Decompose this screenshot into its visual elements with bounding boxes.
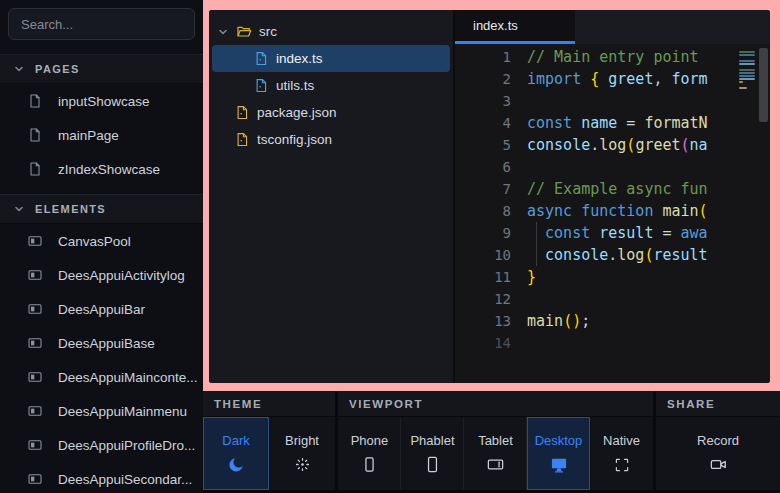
sidebar-sections: PAGES inputShowcase mainPage zIndexShowc… — [0, 54, 203, 493]
sidebar-item-label: DeesAppuiActivitylog — [58, 268, 185, 283]
record-icon — [709, 455, 728, 475]
toolbar-buttons-share: Record — [656, 416, 780, 490]
code-line-5[interactable]: 5console.log(greet(na — [455, 134, 737, 156]
chevron-down-icon — [217, 26, 229, 38]
chevron-down-icon — [13, 63, 25, 75]
tree-item-label: index.ts — [276, 51, 323, 66]
tab-label: index.ts — [473, 18, 518, 33]
sidebar-item-label: DeesAppuiMainconte... — [58, 370, 198, 385]
tree-item-label: utils.ts — [276, 78, 314, 93]
code-line-3[interactable]: 3 — [455, 90, 737, 112]
code-text: // Main entry point — [527, 46, 699, 68]
editor-scrollbar[interactable] — [757, 46, 770, 383]
document-icon — [27, 161, 43, 177]
sidebar-item-canvaspool[interactable]: CanvasPool — [0, 224, 203, 258]
toolbar-button-label: Desktop — [535, 433, 583, 448]
tree-item-src[interactable]: src — [212, 18, 450, 45]
minimap-line — [739, 78, 755, 80]
toolbar-button-phablet[interactable]: Phablet — [401, 417, 464, 490]
editor-pane: index.ts 1// Main entry point2import { g… — [455, 10, 770, 383]
chevron-down-icon — [13, 203, 25, 215]
document-icon — [27, 127, 43, 143]
toolbar-buttons-viewport: Phone Phablet Tablet Desktop Native — [338, 416, 653, 490]
sidebar-item-label: DeesAppuiBase — [58, 336, 155, 351]
component-icon — [27, 471, 43, 487]
toolbar-button-record[interactable]: Record — [656, 417, 780, 490]
toolbar-button-dark[interactable]: Dark — [203, 417, 269, 490]
app-root: PAGES inputShowcase mainPage zIndexShowc… — [0, 0, 780, 493]
tree-item-package-json[interactable]: package.json — [212, 99, 450, 126]
sidebar-item-deesappuiprofiledro[interactable]: DeesAppuiProfileDro... — [0, 428, 203, 462]
sidebar-item-deesappuimainmenu[interactable]: DeesAppuiMainmenu — [0, 394, 203, 428]
component-icon — [27, 335, 43, 351]
code-line-2[interactable]: 2import { greet, form — [455, 68, 737, 90]
sidebar-item-label: CanvasPool — [58, 234, 131, 249]
code-text: // Example async fun — [527, 178, 708, 200]
minimap-line — [739, 60, 755, 62]
toolbar-group-label-theme: THEME — [203, 391, 335, 416]
toolbar-button-label: Record — [697, 433, 739, 448]
scrollbar-thumb[interactable] — [759, 48, 768, 122]
search-container — [0, 0, 203, 48]
sidebar-item-deesappuiactivitylog[interactable]: DeesAppuiActivitylog — [0, 258, 203, 292]
sidebar-item-label: DeesAppuiSecondar... — [58, 472, 192, 487]
sidebar-item-mainpage[interactable]: mainPage — [0, 118, 203, 152]
toolbar-button-label: Phone — [351, 433, 389, 448]
toolbar-button-desktop[interactable]: Desktop — [527, 417, 590, 490]
toolbar-button-bright[interactable]: Bright — [269, 417, 335, 490]
line-number: 2 — [455, 68, 511, 90]
line-number: 9 — [455, 222, 511, 244]
section-header-elements[interactable]: ELEMENTS — [0, 194, 203, 224]
phablet-icon — [423, 455, 442, 475]
code-line-14[interactable]: 14 — [455, 332, 737, 354]
toolbar-button-native[interactable]: Native — [590, 417, 653, 490]
minimap-line — [739, 75, 755, 77]
toolbar-group-label-viewport: VIEWPORT — [338, 391, 653, 416]
code-line-10[interactable]: 10 console.log(result — [455, 244, 737, 266]
json-file-icon — [235, 105, 250, 120]
code-line-8[interactable]: 8async function main( — [455, 200, 737, 222]
code-line-12[interactable]: 12 — [455, 288, 737, 310]
code-line-1[interactable]: 1// Main entry point — [455, 46, 737, 68]
code-line-4[interactable]: 4const name = formatN — [455, 112, 737, 134]
code-editor[interactable]: 1// Main entry point2import { greet, for… — [455, 44, 770, 383]
sidebar-item-zindexshowcase[interactable]: zIndexShowcase — [0, 152, 203, 186]
section-header-pages[interactable]: PAGES — [0, 54, 203, 84]
minimap-line — [739, 54, 755, 56]
code-text: const result = awa — [527, 222, 708, 244]
component-icon — [27, 369, 43, 385]
line-number: 11 — [455, 266, 511, 288]
sidebar-item-deesappuisecondar[interactable]: DeesAppuiSecondar... — [0, 462, 203, 493]
tree-item-tsconfig-json[interactable]: tsconfig.json — [212, 126, 450, 153]
code-line-9[interactable]: 9 const result = awa — [455, 222, 737, 244]
toolbar-button-phone[interactable]: Phone — [338, 417, 401, 490]
tree-item-utils-ts[interactable]: utils.ts — [212, 72, 450, 99]
moon-icon — [226, 455, 246, 475]
main-area: src index.ts utils.ts package.json tscon… — [203, 0, 780, 493]
tab-index-ts[interactable]: index.ts — [455, 10, 575, 44]
document-icon — [27, 93, 43, 109]
toolbar-group-label-share: SHARE — [656, 391, 780, 416]
sidebar-item-deesappuimainconte[interactable]: DeesAppuiMainconte... — [0, 360, 203, 394]
minimap[interactable] — [737, 46, 757, 383]
toolbar-button-label: Native — [603, 433, 640, 448]
sidebar-item-inputshowcase[interactable]: inputShowcase — [0, 84, 203, 118]
tree-item-label: tsconfig.json — [257, 132, 332, 147]
code-line-7[interactable]: 7// Example async fun — [455, 178, 737, 200]
toolbar-group-share: SHARERecord — [656, 391, 780, 490]
tabbar-filler — [575, 10, 770, 44]
toolbar-button-label: Tablet — [478, 433, 513, 448]
code-line-6[interactable]: 6 — [455, 156, 737, 178]
code-line-11[interactable]: 11} — [455, 266, 737, 288]
sidebar-item-deesappuibar[interactable]: DeesAppuiBar — [0, 292, 203, 326]
code-line-13[interactable]: 13main(); — [455, 310, 737, 332]
search-input[interactable] — [8, 8, 195, 40]
component-icon — [27, 403, 43, 419]
tree-item-index-ts[interactable]: index.ts — [212, 45, 450, 72]
code-lines[interactable]: 1// Main entry point2import { greet, for… — [455, 46, 737, 383]
sidebar-item-label: DeesAppuiProfileDro... — [58, 438, 195, 453]
file-tree: src index.ts utils.ts package.json tscon… — [209, 10, 455, 383]
toolbar-button-tablet[interactable]: Tablet — [464, 417, 527, 490]
component-icon — [27, 267, 43, 283]
sidebar-item-deesappuibase[interactable]: DeesAppuiBase — [0, 326, 203, 360]
